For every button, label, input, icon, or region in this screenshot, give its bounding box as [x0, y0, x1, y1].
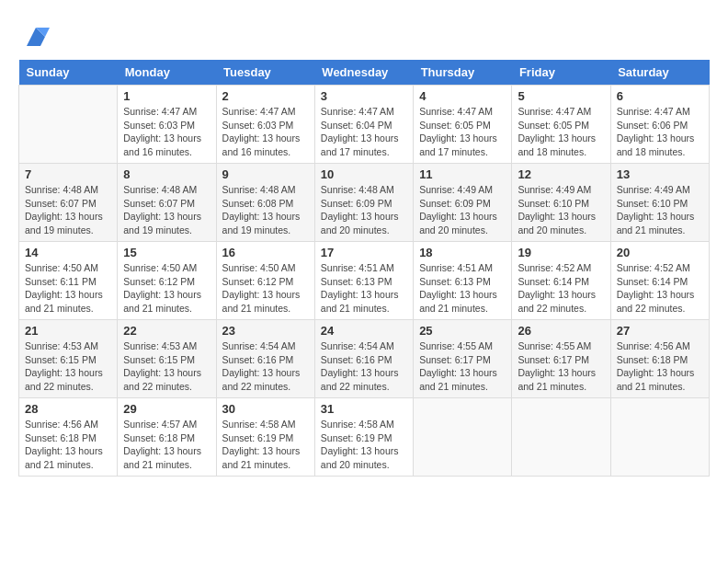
calendar-cell: 11Sunrise: 4:49 AM Sunset: 6:09 PM Dayli… — [414, 164, 512, 242]
day-info: Sunrise: 4:50 AM Sunset: 6:12 PM Dayligh… — [222, 261, 309, 316]
calendar-cell: 27Sunrise: 4:56 AM Sunset: 6:18 PM Dayli… — [610, 320, 709, 398]
calendar-table: Sunday Monday Tuesday Wednesday Thursday… — [18, 60, 710, 477]
day-number: 13 — [617, 167, 703, 181]
day-number: 5 — [518, 89, 604, 103]
week-row-1: 1Sunrise: 4:47 AM Sunset: 6:03 PM Daylig… — [19, 86, 710, 164]
calendar-cell: 4Sunrise: 4:47 AM Sunset: 6:05 PM Daylig… — [414, 86, 512, 164]
day-number: 29 — [123, 402, 210, 416]
day-number: 12 — [518, 167, 604, 181]
day-number: 27 — [617, 324, 703, 338]
day-info: Sunrise: 4:47 AM Sunset: 6:05 PM Dayligh… — [518, 105, 604, 159]
calendar-cell: 28Sunrise: 4:56 AM Sunset: 6:18 PM Dayli… — [19, 398, 118, 477]
calendar-cell: 21Sunrise: 4:53 AM Sunset: 6:15 PM Dayli… — [19, 320, 118, 398]
page-header — [18, 18, 710, 51]
day-number: 14 — [25, 246, 111, 259]
day-number: 23 — [222, 324, 309, 338]
day-number: 28 — [25, 402, 111, 416]
day-number: 31 — [321, 402, 407, 416]
calendar-cell — [610, 398, 709, 477]
day-info: Sunrise: 4:56 AM Sunset: 6:18 PM Dayligh… — [617, 339, 703, 394]
calendar-cell: 12Sunrise: 4:49 AM Sunset: 6:10 PM Dayli… — [512, 164, 610, 242]
day-number: 4 — [419, 89, 506, 103]
calendar-cell: 20Sunrise: 4:52 AM Sunset: 6:14 PM Dayli… — [610, 242, 709, 320]
day-number: 11 — [419, 167, 506, 181]
day-number: 7 — [25, 167, 111, 181]
calendar-cell: 6Sunrise: 4:47 AM Sunset: 6:06 PM Daylig… — [610, 86, 709, 164]
day-info: Sunrise: 4:49 AM Sunset: 6:10 PM Dayligh… — [617, 183, 703, 237]
day-info: Sunrise: 4:56 AM Sunset: 6:18 PM Dayligh… — [25, 418, 111, 472]
day-info: Sunrise: 4:47 AM Sunset: 6:06 PM Dayligh… — [617, 105, 703, 159]
day-number: 3 — [321, 89, 407, 103]
calendar-header: Sunday Monday Tuesday Wednesday Thursday… — [19, 60, 710, 86]
day-info: Sunrise: 4:54 AM Sunset: 6:16 PM Dayligh… — [222, 339, 309, 394]
day-number: 9 — [222, 167, 309, 181]
day-info: Sunrise: 4:53 AM Sunset: 6:15 PM Dayligh… — [25, 339, 111, 394]
day-number: 15 — [123, 246, 210, 259]
header-wednesday: Wednesday — [314, 60, 413, 86]
day-number: 20 — [617, 246, 703, 259]
day-info: Sunrise: 4:47 AM Sunset: 6:03 PM Dayligh… — [123, 105, 210, 159]
header-friday: Friday — [512, 60, 610, 86]
day-number: 17 — [321, 246, 407, 259]
day-info: Sunrise: 4:58 AM Sunset: 6:19 PM Dayligh… — [222, 418, 309, 472]
day-info: Sunrise: 4:55 AM Sunset: 6:17 PM Dayligh… — [518, 339, 604, 394]
day-info: Sunrise: 4:52 AM Sunset: 6:14 PM Dayligh… — [518, 261, 604, 316]
calendar-cell: 24Sunrise: 4:54 AM Sunset: 6:16 PM Dayli… — [314, 320, 413, 398]
calendar-cell: 19Sunrise: 4:52 AM Sunset: 6:14 PM Dayli… — [512, 242, 610, 320]
day-number: 16 — [222, 246, 309, 259]
calendar-cell: 25Sunrise: 4:55 AM Sunset: 6:17 PM Dayli… — [414, 320, 512, 398]
day-info: Sunrise: 4:58 AM Sunset: 6:19 PM Dayligh… — [321, 418, 407, 472]
calendar-cell: 23Sunrise: 4:54 AM Sunset: 6:16 PM Dayli… — [216, 320, 314, 398]
calendar-cell — [19, 86, 118, 164]
calendar-cell — [414, 398, 512, 477]
calendar-cell: 13Sunrise: 4:49 AM Sunset: 6:10 PM Dayli… — [610, 164, 709, 242]
calendar-cell — [512, 398, 610, 477]
calendar-cell: 22Sunrise: 4:53 AM Sunset: 6:15 PM Dayli… — [118, 320, 216, 398]
day-info: Sunrise: 4:49 AM Sunset: 6:09 PM Dayligh… — [419, 183, 506, 237]
day-number: 22 — [123, 324, 210, 338]
day-info: Sunrise: 4:48 AM Sunset: 6:09 PM Dayligh… — [321, 183, 407, 237]
calendar-cell: 30Sunrise: 4:58 AM Sunset: 6:19 PM Dayli… — [216, 398, 314, 477]
calendar-cell: 14Sunrise: 4:50 AM Sunset: 6:11 PM Dayli… — [19, 242, 118, 320]
week-row-5: 28Sunrise: 4:56 AM Sunset: 6:18 PM Dayli… — [19, 398, 710, 477]
header-monday: Monday — [118, 60, 216, 86]
day-info: Sunrise: 4:53 AM Sunset: 6:15 PM Dayligh… — [123, 339, 210, 394]
calendar-cell: 18Sunrise: 4:51 AM Sunset: 6:13 PM Dayli… — [414, 242, 512, 320]
day-info: Sunrise: 4:47 AM Sunset: 6:05 PM Dayligh… — [419, 105, 506, 159]
calendar-cell: 15Sunrise: 4:50 AM Sunset: 6:12 PM Dayli… — [118, 242, 216, 320]
calendar-cell: 1Sunrise: 4:47 AM Sunset: 6:03 PM Daylig… — [118, 86, 216, 164]
week-row-4: 21Sunrise: 4:53 AM Sunset: 6:15 PM Dayli… — [19, 320, 710, 398]
day-info: Sunrise: 4:48 AM Sunset: 6:08 PM Dayligh… — [222, 183, 309, 237]
calendar-cell: 9Sunrise: 4:48 AM Sunset: 6:08 PM Daylig… — [216, 164, 314, 242]
day-number: 21 — [25, 324, 111, 338]
day-number: 24 — [321, 324, 407, 338]
calendar-cell: 31Sunrise: 4:58 AM Sunset: 6:19 PM Dayli… — [314, 398, 413, 477]
calendar-cell: 17Sunrise: 4:51 AM Sunset: 6:13 PM Dayli… — [314, 242, 413, 320]
header-tuesday: Tuesday — [216, 60, 314, 86]
day-info: Sunrise: 4:55 AM Sunset: 6:17 PM Dayligh… — [419, 339, 506, 394]
calendar-cell: 3Sunrise: 4:47 AM Sunset: 6:04 PM Daylig… — [314, 86, 413, 164]
calendar-cell: 29Sunrise: 4:57 AM Sunset: 6:18 PM Dayli… — [118, 398, 216, 477]
day-number: 30 — [222, 402, 309, 416]
day-number: 18 — [419, 246, 506, 259]
day-number: 6 — [617, 89, 703, 103]
day-info: Sunrise: 4:47 AM Sunset: 6:04 PM Dayligh… — [321, 105, 407, 159]
logo-icon — [22, 23, 50, 51]
day-info: Sunrise: 4:51 AM Sunset: 6:13 PM Dayligh… — [321, 261, 407, 316]
calendar-body: 1Sunrise: 4:47 AM Sunset: 6:03 PM Daylig… — [19, 86, 710, 477]
calendar-cell: 8Sunrise: 4:48 AM Sunset: 6:07 PM Daylig… — [118, 164, 216, 242]
day-info: Sunrise: 4:48 AM Sunset: 6:07 PM Dayligh… — [25, 183, 111, 237]
day-number: 19 — [518, 246, 604, 259]
day-info: Sunrise: 4:52 AM Sunset: 6:14 PM Dayligh… — [617, 261, 703, 316]
header-saturday: Saturday — [610, 60, 709, 86]
week-row-3: 14Sunrise: 4:50 AM Sunset: 6:11 PM Dayli… — [19, 242, 710, 320]
calendar-cell: 10Sunrise: 4:48 AM Sunset: 6:09 PM Dayli… — [314, 164, 413, 242]
day-number: 2 — [222, 89, 309, 103]
week-row-2: 7Sunrise: 4:48 AM Sunset: 6:07 PM Daylig… — [19, 164, 710, 242]
logo — [18, 23, 50, 51]
day-number: 10 — [321, 167, 407, 181]
day-number: 26 — [518, 324, 604, 338]
day-info: Sunrise: 4:48 AM Sunset: 6:07 PM Dayligh… — [123, 183, 210, 237]
day-info: Sunrise: 4:47 AM Sunset: 6:03 PM Dayligh… — [222, 105, 309, 159]
calendar-cell: 16Sunrise: 4:50 AM Sunset: 6:12 PM Dayli… — [216, 242, 314, 320]
